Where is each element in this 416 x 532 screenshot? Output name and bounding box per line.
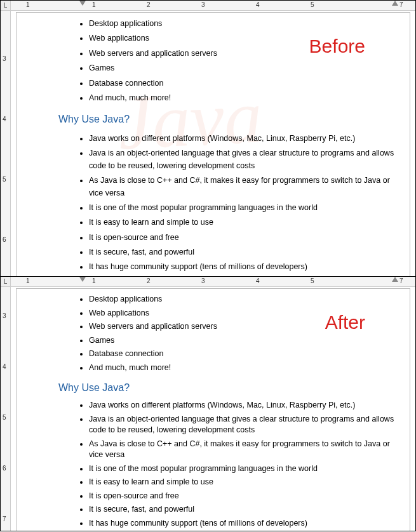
ruler-number: 3 <box>201 1 205 8</box>
page-content: Desktop applications Web applications We… <box>17 13 410 276</box>
list-item[interactable]: Java works on different platforms (Windo… <box>89 399 398 413</box>
list-item[interactable]: Games <box>89 334 398 348</box>
list-item[interactable]: Web servers and application servers <box>89 46 398 61</box>
vertical-ruler[interactable]: 3 4 5 6 7 <box>1 287 11 531</box>
uses-list: Desktop applications Web applications We… <box>74 17 398 105</box>
vruler-number: 3 <box>3 312 6 319</box>
list-item[interactable]: And much, much more! <box>89 361 398 375</box>
heading-why-use-java[interactable]: Why Use Java? <box>58 381 398 395</box>
document-page[interactable]: Java Before Desktop applications Web app… <box>16 12 410 276</box>
vruler-number: 6 <box>3 465 6 472</box>
vruler-number: 3 <box>3 55 6 62</box>
list-item[interactable]: As Java is close to C++ and C#, it makes… <box>89 437 398 462</box>
horizontal-ruler[interactable]: L 1 1 2 3 4 5 7 <box>1 277 415 287</box>
list-item[interactable]: It is easy to learn and simple to use <box>89 215 398 230</box>
page-content: Desktop applications Web applications We… <box>17 289 410 531</box>
list-item[interactable]: As Java is close to C++ and C#, it makes… <box>89 173 398 201</box>
ruler-corner: L <box>1 1 11 10</box>
vruler-number: 6 <box>3 236 6 243</box>
ruler-number: 2 <box>147 277 151 284</box>
list-item[interactable]: It is secure, fast, and powerful <box>89 503 398 517</box>
list-item[interactable]: It has huge community support (tens of m… <box>89 517 398 531</box>
vertical-ruler[interactable]: 3 4 5 6 <box>1 11 11 276</box>
ruler-track: 1 1 2 3 4 5 7 <box>11 1 415 10</box>
reasons-list: Java works on different platforms (Windo… <box>74 399 398 530</box>
list-item[interactable]: Games <box>89 61 398 76</box>
indent-marker-icon[interactable] <box>79 277 86 282</box>
vruler-number: 5 <box>3 414 6 421</box>
indent-marker-icon[interactable] <box>79 1 86 6</box>
ruler-number: 1 <box>92 1 96 8</box>
list-item[interactable]: Database connection <box>89 76 398 91</box>
page-area: Java Before Desktop applications Web app… <box>11 11 415 276</box>
page-area: After Desktop applications Web applicati… <box>11 287 415 531</box>
list-item[interactable]: Java works on different platforms (Windo… <box>89 131 398 146</box>
list-item[interactable]: It is one of the most popular programmin… <box>89 201 398 215</box>
list-item[interactable]: Database connection <box>89 347 398 361</box>
right-margin-marker-icon[interactable] <box>392 1 398 6</box>
list-item[interactable]: Web applications <box>89 307 398 321</box>
ruler-number: 5 <box>311 1 314 8</box>
ruler-number: 1 <box>26 277 30 284</box>
ruler-number: 4 <box>256 1 260 8</box>
ruler-number: 4 <box>256 277 260 284</box>
list-item[interactable]: Java is an object-oriented language that… <box>89 413 398 437</box>
list-item[interactable]: And much, much more! <box>89 91 398 105</box>
list-item[interactable]: Desktop applications <box>89 293 398 307</box>
pane-before: L 1 1 2 3 4 5 7 3 4 5 6 Java <box>1 1 415 276</box>
list-item[interactable]: Web applications <box>89 31 398 46</box>
horizontal-ruler[interactable]: L 1 1 2 3 4 5 7 <box>1 1 415 11</box>
ruler-number: 7 <box>399 1 403 8</box>
list-item[interactable]: It is easy to learn and simple to use <box>89 475 398 489</box>
heading-why-use-java[interactable]: Why Use Java? <box>58 112 398 128</box>
list-item[interactable]: Java is an object-oriented language that… <box>89 146 398 173</box>
list-item[interactable]: It is open-source and free <box>89 230 398 245</box>
ruler-number: 3 <box>201 277 205 284</box>
vruler-number: 7 <box>3 515 6 522</box>
list-item[interactable]: It is open-source and free <box>89 489 398 503</box>
ruler-track: 1 1 2 3 4 5 7 <box>11 277 415 286</box>
list-item[interactable]: Desktop applications <box>89 17 398 31</box>
list-item[interactable]: It is secure, fast, and powerful <box>89 245 398 260</box>
ruler-number: 7 <box>399 277 403 284</box>
list-item[interactable]: It is one of the most popular programmin… <box>89 462 398 476</box>
ruler-number: 2 <box>147 1 151 8</box>
vruler-number: 4 <box>3 116 6 123</box>
ruler-corner: L <box>1 277 11 286</box>
pane-after: L 1 1 2 3 4 5 7 3 4 5 6 7 <box>1 276 415 531</box>
list-item[interactable]: It has huge community support (tens of m… <box>89 260 398 274</box>
uses-list: Desktop applications Web applications We… <box>74 293 398 375</box>
ruler-number: 5 <box>311 277 314 284</box>
ruler-number: 1 <box>92 277 96 284</box>
comparison-frame: L 1 1 2 3 4 5 7 3 4 5 6 Java <box>0 0 416 531</box>
vruler-number: 5 <box>3 176 6 183</box>
document-page[interactable]: After Desktop applications Web applicati… <box>16 288 410 531</box>
reasons-list: Java works on different platforms (Windo… <box>74 131 398 275</box>
right-margin-marker-icon[interactable] <box>392 277 398 282</box>
vruler-number: 4 <box>3 363 6 370</box>
list-item[interactable]: Web servers and application servers <box>89 320 398 334</box>
ruler-number: 1 <box>26 1 30 8</box>
